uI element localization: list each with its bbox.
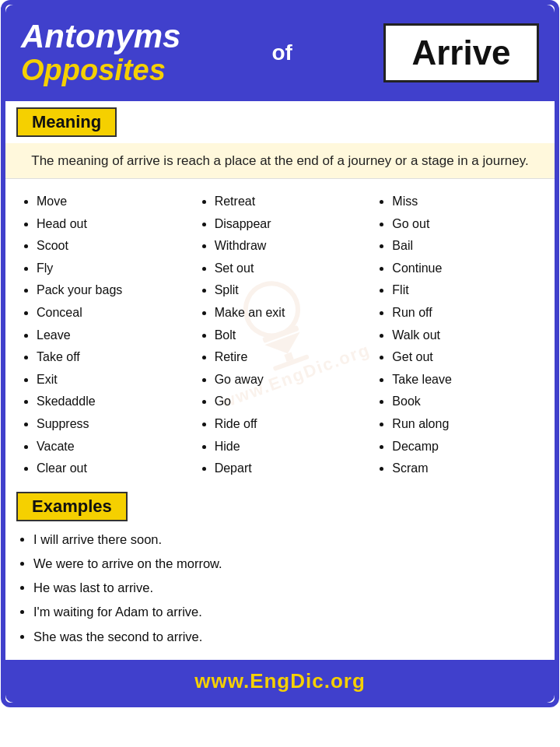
list-item: Take leave: [392, 368, 547, 391]
list-item: He was last to arrive.: [33, 576, 539, 600]
footer-org: .org: [324, 669, 366, 693]
list-item: Miss: [392, 190, 547, 212]
col3-list: MissGo outBailContinueFlitRun offWalk ou…: [380, 190, 547, 479]
list-item: Depart: [215, 458, 369, 480]
list-item: Go away: [215, 368, 369, 391]
list-item: Retire: [215, 346, 369, 369]
meaning-label-row: Meaning: [5, 101, 555, 143]
list-item: Walk out: [392, 324, 547, 346]
opposites-title: Opposites: [21, 54, 180, 87]
list-item: Suppress: [37, 412, 191, 435]
examples-label: Examples: [16, 492, 128, 521]
column-2: RetreatDisappearWithdrawSet outSplitMake…: [191, 187, 369, 482]
list-item: Scram: [392, 458, 547, 480]
main-card: Antonyms Opposites of Arrive Meaning The…: [1, 0, 559, 707]
list-item: Fly: [37, 257, 191, 279]
word-box: Arrive: [383, 23, 539, 82]
examples-list: I will arrive there soon.We were to arri…: [5, 524, 555, 659]
meaning-label: Meaning: [16, 107, 117, 137]
list-item: Book: [392, 391, 547, 413]
footer-brand: EngDic: [250, 669, 324, 693]
list-item: We were to arrive on the morrow.: [33, 552, 539, 576]
list-item: Take off: [37, 346, 191, 369]
list-item: Go out: [392, 212, 547, 235]
footer-text: www.EngDic.org: [5, 669, 555, 693]
examples-label-row: Examples: [5, 486, 555, 524]
list-item: Disappear: [215, 212, 369, 235]
columns-grid: MoveHead outScootFlyPack your bagsConcea…: [13, 187, 547, 482]
footer-www: www.: [194, 669, 250, 693]
column-1: MoveHead outScootFlyPack your bagsConcea…: [13, 187, 191, 482]
header-left: Antonyms Opposites: [21, 19, 180, 87]
list-item: Skedaddle: [37, 391, 191, 413]
of-label: of: [271, 40, 292, 65]
meaning-text: The meaning of arrive is reach a place a…: [31, 153, 528, 168]
list-item: Split: [215, 279, 369, 302]
list-item: Clear out: [37, 458, 191, 480]
antonyms-title: Antonyms: [21, 19, 180, 54]
list-item: Withdraw: [215, 235, 369, 258]
column-3: MissGo outBailContinueFlitRun offWalk ou…: [369, 187, 547, 482]
list-item: Leave: [37, 324, 191, 346]
list-item: Exit: [37, 368, 191, 391]
list-item: Head out: [37, 212, 191, 235]
list-item: I'm waiting for Adam to arrive.: [33, 600, 539, 624]
list-item: Get out: [392, 346, 547, 369]
list-item: Decamp: [392, 435, 547, 458]
list-item: Make an exit: [215, 301, 369, 324]
list-item: Flit: [392, 279, 547, 302]
list-item: Bolt: [215, 324, 369, 346]
wordlist-section: www.EngDic.org MoveHead outScootFlyPack …: [5, 179, 555, 486]
list-item: Hide: [215, 435, 369, 458]
list-item: Set out: [215, 257, 369, 279]
list-item: Move: [37, 190, 191, 212]
list-item: Pack your bags: [37, 279, 191, 302]
list-item: She was the second to arrive.: [33, 625, 539, 649]
list-item: Retreat: [215, 190, 369, 212]
examples-ul: I will arrive there soon.We were to arri…: [33, 528, 539, 648]
header: Antonyms Opposites of Arrive: [5, 5, 555, 101]
main-word: Arrive: [411, 33, 510, 72]
meaning-text-box: The meaning of arrive is reach a place a…: [5, 143, 555, 180]
list-item: Ride off: [215, 412, 369, 435]
list-item: Go: [215, 391, 369, 413]
list-item: Continue: [392, 257, 547, 279]
footer: www.EngDic.org: [5, 660, 555, 703]
list-item: I will arrive there soon.: [33, 528, 539, 552]
list-item: Vacate: [37, 435, 191, 458]
list-item: Run along: [392, 412, 547, 435]
list-item: Run off: [392, 301, 547, 324]
col1-list: MoveHead outScootFlyPack your bagsConcea…: [24, 190, 191, 479]
list-item: Scoot: [37, 235, 191, 258]
col2-list: RetreatDisappearWithdrawSet outSplitMake…: [202, 190, 369, 479]
list-item: Conceal: [37, 301, 191, 324]
list-item: Bail: [392, 235, 547, 258]
